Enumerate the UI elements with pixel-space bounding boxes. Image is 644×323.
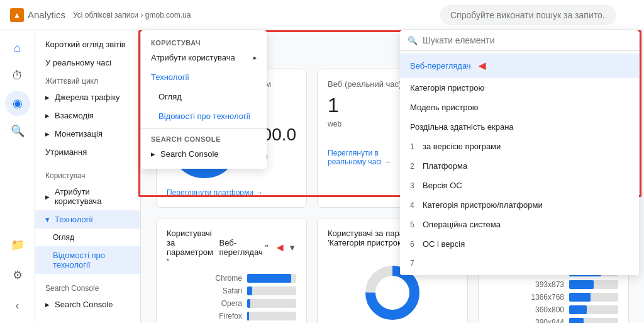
- item-num-3: 3: [410, 181, 423, 190]
- bar-fill-393: [569, 280, 594, 289]
- dropdown-title-user: Користувач: [141, 35, 267, 48]
- bar-fill-safari: [247, 286, 252, 295]
- lifecycle-section-title: Життєвий цикл: [35, 72, 140, 88]
- search-dropdown-item-app-ver[interactable]: 1 за версією програми: [400, 137, 639, 156]
- home-icon-btn[interactable]: ⌂: [5, 35, 30, 60]
- dropdown-item-search-console[interactable]: ▸ Search Console: [141, 144, 267, 164]
- search-item-app-ver-label: за версією програми: [423, 142, 501, 151]
- chevron-right-icon-5: ▸: [45, 300, 50, 309]
- bar-label-390: 390x844: [489, 318, 564, 323]
- bar-track-393: [569, 280, 618, 289]
- search-dropdown-item-browser[interactable]: Веб-переглядач ◄: [400, 54, 639, 78]
- dropdown-item-overview[interactable]: Огляд: [141, 87, 267, 106]
- item-num-1: 1: [410, 142, 423, 151]
- bar-fill-opera: [247, 299, 250, 308]
- dropdown-title-search: Search Console: [141, 132, 267, 144]
- sidebar-item-monetization[interactable]: ▸ Монетизація: [35, 125, 140, 143]
- chevron-down-icon: ▾: [45, 215, 50, 224]
- bar-row-chrome: Chrome: [167, 274, 296, 283]
- red-arrow-search: ◄: [476, 59, 489, 73]
- search-dropdown-header: 🔍: [400, 30, 639, 51]
- collapse-icon-btn[interactable]: ‹: [5, 293, 30, 318]
- item-num-7: 7: [410, 259, 423, 268]
- bar-track-390: [569, 318, 618, 323]
- bar-row-1366: 1366x768: [489, 293, 618, 302]
- bar-track-safari: [247, 286, 296, 295]
- browser-card-title: Користувачі за параметром " Веб-перегляд…: [167, 229, 296, 266]
- browser-card-title-text: Користувачі за параметром ": [167, 229, 217, 266]
- sidebar-item-tech-overview[interactable]: Огляд: [35, 229, 140, 246]
- item-num-4: 4: [410, 201, 423, 210]
- search-dropdown-item-device-cat[interactable]: Категорія пристрою: [400, 78, 639, 98]
- sidebar-item-search-console[interactable]: ▸ Search Console: [35, 295, 140, 314]
- search-magnifier-icon: 🔍: [408, 36, 418, 45]
- logo-icon: ▲: [10, 8, 24, 22]
- search-dropdown: 🔍 Веб-переглядач ◄ Категорія пристрою Мо…: [400, 30, 639, 275]
- browser-card-metric: Веб-переглядач: [219, 238, 263, 257]
- bar-track-firefox: [247, 312, 296, 320]
- search-item-device-cat-label: Категорія пристрою: [410, 83, 484, 93]
- dropdown-item-details[interactable]: Відомості про технології: [141, 106, 267, 126]
- dropdown-item-tech[interactable]: Технології: [141, 67, 267, 87]
- search-dropdown-input[interactable]: [423, 35, 631, 45]
- search-dropdown-item-device-model[interactable]: Модель пристрою: [400, 98, 639, 117]
- sidebar-item-user-attrs-label: Атрибути користувача: [55, 187, 130, 206]
- dropdown-section-user: Користувач Атрибути користувача ▸ Технол…: [141, 35, 267, 129]
- sidebar-item-interaction-label: Взаємодія: [55, 111, 94, 120]
- browser-card: Користувачі за параметром " Веб-перегляд…: [156, 218, 307, 323]
- search-item-device-model-label: Модель пристрою: [410, 103, 478, 112]
- top-bar: ▲ Analytics Усі облікові записи › gmob.c…: [0, 0, 644, 30]
- red-arrow-icon: ◄: [274, 241, 286, 254]
- search-item-browser-label: Веб-переглядач: [410, 61, 471, 71]
- item-num-6: 6: [410, 240, 423, 249]
- sidebar-item-overview[interactable]: Короткий огляд звітів: [35, 35, 140, 54]
- icon-sidebar: ⌂ ⏱ ◉ 🔍 📁 ⚙ ‹: [0, 30, 35, 323]
- search-item-platform-label: Платформа: [423, 161, 467, 171]
- bar-row-393: 393x873: [489, 280, 618, 289]
- sidebar-item-tech-details[interactable]: Відомості про технології: [35, 246, 140, 274]
- realtime-card-label: Веб (реальний час): [328, 79, 404, 89]
- search-dropdown-item-7[interactable]: 7: [400, 254, 639, 273]
- bar-row-firefox: Firefox: [167, 312, 296, 320]
- search-dropdown-item-os-ver[interactable]: 3 Версія ОС: [400, 176, 639, 195]
- search-dropdown-item-os-ver2[interactable]: 6 ОС і версія: [400, 234, 639, 254]
- view-realtime-link[interactable]: Переглянути в реальному часі →: [328, 149, 404, 166]
- sidebar-item-traffic[interactable]: ▸ Джерела трафіку: [35, 88, 140, 106]
- chevron-right-search: ▸: [151, 149, 155, 159]
- search-dropdown-list: Веб-переглядач ◄ Категорія пристрою Моде…: [400, 51, 639, 275]
- nav-sidebar: Короткий огляд звітів У реальному часі Ж…: [35, 30, 141, 323]
- search-item-device-platform-label: Категорія пристрою/платформи: [423, 200, 543, 210]
- search-item-os-ver-label: Версія ОС: [423, 181, 462, 190]
- bar-label-opera: Opera: [167, 299, 242, 308]
- library-icon-btn[interactable]: 📁: [5, 232, 30, 258]
- chevron-right-icon-4: ▸: [45, 192, 50, 201]
- dropdown-item-user-attrs-label: Атрибути користувача: [151, 53, 235, 62]
- search-dropdown-item-platform[interactable]: 2 Платформа: [400, 156, 639, 176]
- sidebar-item-realtime[interactable]: У реальному часі: [35, 54, 140, 72]
- bar-label-360: 360x800: [489, 305, 564, 314]
- realtime-icon-btn[interactable]: ⏱: [5, 63, 30, 88]
- settings-icon-btn[interactable]: ⚙: [5, 263, 30, 288]
- bar-row-safari: Safari: [167, 286, 296, 295]
- sidebar-item-tech[interactable]: ▾ Технології: [35, 210, 140, 229]
- sidebar-item-traffic-label: Джерела трафіку: [55, 93, 120, 102]
- sidebar-item-interaction[interactable]: ▸ Взаємодія: [35, 106, 140, 125]
- dropdown-item-user-attrs[interactable]: Атрибути користувача ▸: [141, 48, 267, 67]
- search-input[interactable]: [440, 5, 616, 25]
- bar-fill-360: [569, 305, 587, 314]
- search-dropdown-item-os[interactable]: 5 Операційна система: [400, 215, 639, 234]
- sidebar-item-user-attrs[interactable]: ▸ Атрибути користувача: [35, 183, 140, 210]
- item-num-5: 5: [410, 220, 423, 229]
- bar-label-1366: 1366x768: [489, 293, 564, 302]
- bar-fill-chrome: [247, 274, 291, 283]
- realtime-value: 1: [328, 94, 404, 117]
- sidebar-item-retention[interactable]: Утримання: [35, 143, 140, 161]
- browser-card-quote: ": [265, 243, 269, 252]
- search-icon-btn[interactable]: 🔍: [5, 118, 30, 144]
- browser-filter-icon[interactable]: ▼: [288, 243, 296, 252]
- search-dropdown-item-screen-res[interactable]: Роздільна здатність екрана: [400, 117, 639, 137]
- chevron-right-dropdown: ▸: [253, 54, 257, 61]
- audience-icon-btn[interactable]: ◉: [5, 91, 30, 116]
- view-platforms-link[interactable]: Переглянути платформи →: [167, 188, 296, 197]
- search-dropdown-item-device-platform[interactable]: 4 Категорія пристрою/платформи: [400, 195, 639, 215]
